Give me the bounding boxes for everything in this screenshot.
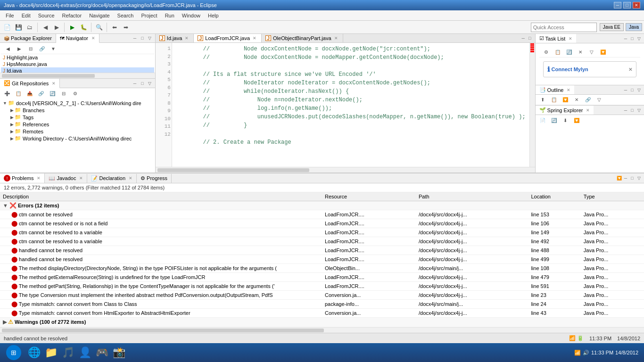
outline-btn-5[interactable]: 🔗: [583, 95, 593, 105]
git-working-dir[interactable]: ▶ 📁 Working Directory - C:\Users\Anil\Wo…: [1, 135, 154, 142]
table-row[interactable]: ⬤ The type Conversion must implement the…: [0, 291, 644, 300]
git-refresh[interactable]: 🔄: [47, 88, 58, 99]
minimize-panel-button[interactable]: ─: [132, 35, 138, 41]
menu-project[interactable]: Project: [137, 12, 161, 19]
git-references[interactable]: ▶ 📁 References: [1, 121, 154, 128]
editor-scrollbar-horiz[interactable]: [156, 167, 535, 173]
progress-tab[interactable]: ⚙ Progress: [137, 174, 172, 183]
taskbar-camera[interactable]: 📸: [110, 344, 127, 361]
task-tab-close[interactable]: ✕: [569, 36, 572, 41]
editor-tab-id[interactable]: J Id.java ✕: [156, 34, 194, 42]
outline-btn-1[interactable]: ⬆: [537, 95, 548, 105]
task-menu-btn[interactable]: ▽: [636, 35, 642, 42]
new-button[interactable]: 📄: [2, 22, 12, 33]
tree-file-id[interactable]: JId.java: [1, 67, 154, 73]
java-perspective[interactable]: Java: [626, 23, 642, 31]
bottom-filter-btn[interactable]: 🔽: [616, 175, 622, 181]
taskbar-ie[interactable]: 🌐: [25, 344, 42, 361]
spring-btn-1[interactable]: 📄: [537, 115, 548, 125]
menu-navigate[interactable]: Navigate: [85, 12, 113, 19]
taskbar-explorer[interactable]: 📁: [42, 344, 59, 361]
view-menu-button[interactable]: ▽: [147, 35, 153, 41]
git-repo-item[interactable]: ▼ 📁 docx4j [VERSION_2_7_1] - C:\Users\An…: [1, 99, 154, 107]
git-tags[interactable]: ▶ 📁 Tags: [1, 114, 154, 121]
maximize-panel-button[interactable]: □: [139, 35, 146, 41]
task-btn-1[interactable]: ⚙: [541, 47, 552, 58]
git-tab-close[interactable]: ✕: [52, 81, 56, 86]
bottom-menu-btn[interactable]: ▽: [636, 175, 642, 181]
task-btn-5[interactable]: ▽: [586, 47, 597, 58]
menu-edit[interactable]: Edit: [18, 12, 34, 19]
code-content[interactable]: // Node docxContentNode = docxNode.getNo…: [172, 43, 529, 167]
spring-btn-4[interactable]: 🔽: [571, 115, 582, 125]
outline-close[interactable]: ✕: [567, 88, 570, 92]
git-link[interactable]: 🔗: [36, 88, 46, 99]
table-row[interactable]: ⬤ handled cannot be resolved LoadFromJCR…: [0, 246, 644, 255]
outline-max-btn[interactable]: □: [629, 87, 636, 93]
menu-help[interactable]: Help: [204, 12, 223, 19]
tree-scrollbar-horiz[interactable]: [0, 73, 155, 78]
git-max-btn[interactable]: □: [139, 80, 146, 87]
git-branches[interactable]: ▶ 📁 Branches: [1, 107, 154, 114]
javadoc-close[interactable]: ✕: [79, 176, 83, 181]
taskbar-game[interactable]: 🎮: [93, 344, 110, 361]
start-button[interactable]: ⊞: [2, 344, 25, 361]
bottom-max-btn[interactable]: □: [629, 175, 636, 181]
table-row[interactable]: ⬤ ctm cannot be resolved to a variable L…: [0, 237, 644, 246]
task-btn-2[interactable]: 📋: [553, 47, 563, 58]
package-explorer-tab[interactable]: 📦 Package Explorer: [0, 34, 56, 42]
menu-run[interactable]: Run: [161, 12, 178, 19]
outline-min-btn[interactable]: ─: [622, 87, 629, 93]
col-location[interactable]: Location: [528, 192, 580, 201]
table-row[interactable]: ⬤ ctm cannot be resolved LoadFromJCR....…: [0, 210, 644, 219]
menu-source[interactable]: Source: [34, 12, 58, 19]
debug-button[interactable]: 🐛: [78, 22, 89, 33]
collapse-all[interactable]: ⊟: [25, 44, 36, 54]
menu-file[interactable]: File: [2, 12, 18, 19]
bottom-scroll-bar[interactable]: [0, 327, 644, 333]
navigator-close[interactable]: ✕: [91, 36, 95, 41]
spring-close[interactable]: ✕: [586, 108, 590, 113]
connect-mylyn-close[interactable]: ✕: [628, 67, 632, 72]
table-row[interactable]: ⬤ The method getExternalResource(String)…: [0, 273, 644, 282]
editor-tab-id-close[interactable]: ✕: [184, 36, 190, 41]
search-button[interactable]: 🔍: [94, 22, 104, 33]
tree-file-hpsmeasure[interactable]: JHpsMeasure.java: [1, 61, 154, 67]
spring-min-btn[interactable]: ─: [622, 107, 629, 114]
filter-btn[interactable]: ▼: [48, 44, 58, 54]
navigator-tab[interactable]: 🗺 Navigator ✕: [56, 34, 99, 43]
table-row[interactable]: ⬤ Type mismatch: cannot convert from Cla…: [0, 300, 644, 309]
editor-tab-loadfromjcr-close[interactable]: ✕: [252, 36, 257, 41]
col-description[interactable]: Description: [0, 192, 322, 201]
menu-search[interactable]: Search: [114, 12, 138, 19]
declaration-tab[interactable]: 📝 Declaration ✕: [87, 174, 137, 183]
taskbar-people[interactable]: 👤: [76, 344, 93, 361]
editor-max-btn[interactable]: □: [527, 35, 533, 41]
spring-btn-2[interactable]: 🔄: [549, 115, 559, 125]
task-btn-6[interactable]: 🔽: [598, 47, 608, 58]
task-btn-3[interactable]: 🔄: [564, 47, 574, 58]
tree-file-highlight[interactable]: JHighlight.java: [1, 54, 154, 61]
nav-back[interactable]: ◀: [3, 44, 13, 54]
close-button[interactable]: ✕: [633, 2, 640, 8]
minimize-button[interactable]: ─: [614, 2, 621, 8]
maximize-button[interactable]: □: [623, 2, 631, 8]
table-row[interactable]: ⬤ ctm cannot be resolved to a variable L…: [0, 228, 644, 237]
save-all-button[interactable]: 🗂: [25, 22, 35, 33]
quick-access-input[interactable]: [531, 23, 597, 32]
run-button[interactable]: ▶: [67, 22, 77, 33]
link-editor[interactable]: 🔗: [37, 44, 47, 54]
forward-button[interactable]: ▶: [51, 22, 62, 33]
outline-btn-2[interactable]: 📋: [549, 95, 559, 105]
prev-edit-button[interactable]: ⬅: [109, 22, 120, 33]
git-tab[interactable]: 🔀 Git Repositories ✕: [0, 79, 60, 88]
connect-mylyn-title[interactable]: ℹ Connect Mylyn ✕: [547, 66, 632, 73]
nav-forward[interactable]: ▶: [14, 44, 25, 54]
outline-btn-4[interactable]: ✕: [571, 95, 582, 105]
editor-min-btn[interactable]: ─: [520, 35, 527, 41]
task-list-tab[interactable]: ☑ Task List ✕: [536, 34, 577, 43]
save-button[interactable]: 💾: [13, 22, 24, 33]
taskbar-media[interactable]: 🎵: [59, 344, 76, 361]
table-row[interactable]: ⬤ handled cannot be resolved LoadFromJCR…: [0, 255, 644, 264]
code-editor[interactable]: 12345 678910 1112 // Node docxContentNod…: [156, 43, 535, 167]
